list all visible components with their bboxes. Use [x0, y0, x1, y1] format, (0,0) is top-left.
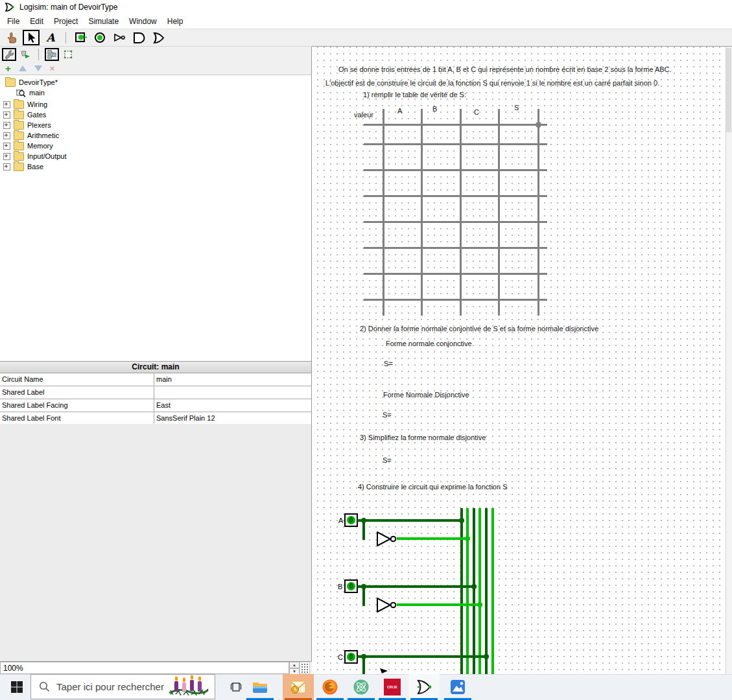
wire-junction[interactable] — [465, 536, 470, 541]
taskbar-app-outlook[interactable] — [283, 674, 314, 700]
zoom-level-field[interactable]: 100% — [0, 662, 289, 674]
schematic-canvas[interactable]: On se donne trois entrées de 1 bit A, B … — [312, 47, 726, 674]
tree-item-plexers[interactable]: Plexers — [3, 120, 51, 130]
truth-table-hwire[interactable] — [364, 247, 547, 249]
menu-simulate[interactable]: Simulate — [84, 16, 123, 27]
add-circuit-icon[interactable]: + — [5, 64, 11, 73]
truth-table-hwire[interactable] — [364, 195, 547, 197]
taskbar-app-firefox[interactable] — [314, 674, 346, 700]
truth-table-hwire[interactable] — [364, 299, 547, 301]
truth-table-vwire[interactable] — [421, 109, 423, 316]
truth-table-hwire[interactable] — [364, 169, 547, 171]
canvas-text-s1[interactable]: S= — [384, 360, 393, 368]
wire-junction[interactable] — [459, 518, 464, 523]
taskbar-app-file-explorer[interactable] — [244, 674, 276, 700]
truth-table-hwire[interactable] — [364, 273, 547, 275]
tree-root-devoirtype[interactable]: DevoirType* — [5, 77, 58, 88]
tree-item-arithmetic[interactable]: Arithmetic — [3, 130, 59, 141]
zoom-increase-icon[interactable]: ▲ — [289, 662, 300, 668]
truth-table-col-b[interactable]: B — [432, 105, 437, 113]
poke-tool-icon[interactable] — [3, 30, 20, 45]
input-pin-a[interactable]: 0 — [344, 513, 358, 527]
bus-wire-not-b[interactable] — [478, 508, 481, 674]
expand-icon[interactable] — [3, 163, 10, 170]
wire-not-b[interactable] — [397, 603, 480, 606]
input-a-label[interactable]: A — [338, 517, 343, 524]
truth-table-hwire[interactable] — [364, 143, 547, 145]
menu-edit[interactable]: Edit — [25, 16, 48, 27]
wire-b[interactable] — [357, 585, 475, 588]
project-explorer-icon[interactable] — [45, 48, 59, 61]
wire-not-a[interactable] — [397, 537, 468, 540]
subcircuit-appearance-icon[interactable] — [61, 48, 75, 61]
bus-wire-c[interactable] — [485, 508, 488, 674]
input-b-label[interactable]: B — [338, 583, 342, 590]
input-pin-tool-icon[interactable] — [73, 30, 89, 45]
pin-value[interactable]: 0 — [347, 582, 355, 590]
input-pin-b[interactable]: 0 — [344, 579, 358, 593]
start-button[interactable] — [5, 674, 29, 700]
attr-value[interactable] — [154, 386, 311, 399]
expand-icon[interactable] — [3, 153, 10, 160]
tree-item-base[interactable]: Base — [3, 161, 43, 172]
wire-a[interactable] — [357, 519, 462, 522]
truth-table-col-c[interactable]: C — [474, 108, 479, 116]
edit-tool-icon[interactable] — [23, 30, 40, 45]
text-tool-icon[interactable]: A — [42, 30, 59, 45]
truth-table-hwire[interactable] — [364, 124, 547, 126]
expand-icon[interactable] — [3, 122, 10, 129]
truth-table-vwire[interactable] — [383, 109, 384, 316]
canvas-text-intro2[interactable]: L'objectif est de construire le circuit … — [325, 79, 659, 87]
wire-junction[interactable] — [471, 584, 477, 589]
taskbar-search-box[interactable]: Taper ici pour rechercher — [30, 674, 215, 699]
taskbar-app-atom-green[interactable] — [346, 674, 377, 700]
tree-item-input-output[interactable]: Input/Output — [3, 151, 67, 161]
attr-value[interactable]: East — [154, 399, 311, 412]
expand-icon[interactable] — [3, 111, 10, 119]
move-circuit-up-icon[interactable] — [19, 65, 27, 71]
not-gate-b[interactable] — [377, 598, 397, 612]
input-pin-c[interactable]: 0 — [344, 650, 358, 664]
canvas-text-q2[interactable]: 2) Donner la forme normale conjontive de… — [360, 325, 598, 332]
canvas-text-s3[interactable]: S= — [383, 456, 392, 464]
and-gate-tool-icon[interactable] — [131, 30, 148, 45]
pin-value[interactable]: 0 — [347, 653, 355, 661]
not-gate-tool-icon[interactable] — [112, 30, 128, 45]
move-circuit-down-icon[interactable] — [34, 65, 42, 71]
menu-project[interactable]: Project — [49, 16, 82, 27]
canvas-text-s2[interactable]: S= — [383, 411, 392, 419]
menu-help[interactable]: Help — [163, 16, 188, 27]
taskbar-app-red[interactable]: CRIJE — [377, 674, 408, 700]
bus-wire-not-c[interactable] — [491, 508, 494, 674]
truth-table-hwire[interactable] — [364, 221, 547, 223]
wire-a-branch[interactable] — [362, 519, 365, 540]
tree-item-memory[interactable]: Memory — [3, 141, 53, 151]
show-grid-toggle-icon[interactable] — [300, 662, 310, 674]
truth-table-row-label[interactable]: valeur — [354, 111, 373, 119]
vertical-scrollbar[interactable] — [726, 47, 732, 674]
attr-value[interactable]: SansSerif Plain 12 — [154, 412, 311, 425]
truth-table-col-s[interactable]: S — [514, 104, 519, 111]
truth-table-vwire[interactable] — [460, 109, 462, 316]
truth-table-vwire[interactable] — [537, 109, 539, 316]
bus-wire-b[interactable] — [473, 508, 475, 674]
vertical-scrollbar-thumb[interactable] — [726, 48, 731, 132]
bus-wire-a[interactable] — [460, 508, 463, 674]
pin-value[interactable]: 0 — [347, 516, 355, 524]
wire-junction[interactable] — [536, 122, 541, 128]
wire-junction[interactable] — [477, 602, 482, 607]
simulate-view-icon[interactable] — [18, 48, 32, 61]
tree-item-main[interactable]: main — [16, 88, 45, 98]
canvas-text-q4[interactable]: 4) Construire le circuit qui exprime la … — [358, 483, 507, 491]
wire-c-branch[interactable] — [362, 655, 365, 674]
taskbar-app-logisim[interactable] — [408, 674, 440, 700]
taskbar-app-photos[interactable] — [442, 674, 473, 700]
menu-window[interactable]: Window — [124, 16, 161, 27]
menu-file[interactable]: File — [3, 16, 24, 27]
wire-junction[interactable] — [484, 654, 489, 659]
wire-c[interactable] — [357, 655, 487, 658]
expand-icon[interactable] — [3, 101, 10, 108]
wire-b-branch[interactable] — [362, 585, 365, 606]
truth-table-vwire[interactable] — [498, 109, 500, 316]
canvas-text-q1[interactable]: 1) remplir le table de vérité de S: — [363, 91, 466, 99]
